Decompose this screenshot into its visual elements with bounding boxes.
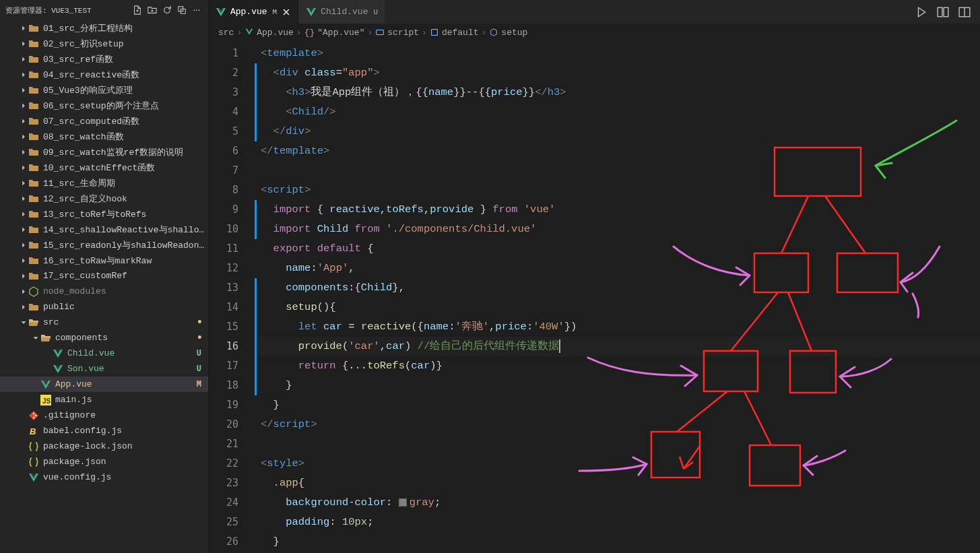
- tree-folder[interactable]: 03_src_ref函数: [0, 51, 208, 67]
- tree-folder[interactable]: 01_src_分析工程结构: [0, 20, 208, 36]
- breadcrumb-item[interactable]: {} "App.vue": [304, 28, 365, 38]
- code-editor[interactable]: 1234567891011121314151617181920212223242…: [209, 41, 980, 553]
- code-line[interactable]: import { reactive,toRefs,provide } from …: [255, 200, 980, 220]
- tree-file[interactable]: JSmain.js: [0, 392, 208, 408]
- tree-file[interactable]: package.json: [0, 454, 208, 469]
- editor-tab[interactable]: App.vue M: [209, 0, 299, 24]
- code-line[interactable]: setup(){: [255, 298, 980, 317]
- tree-file[interactable]: package-lock.json: [0, 438, 208, 454]
- code-line[interactable]: </div>: [255, 122, 980, 141]
- new-folder-icon[interactable]: [146, 4, 158, 16]
- folder-icon: [28, 38, 39, 49]
- tree-item-label: vue.config.js: [43, 472, 208, 482]
- code-line[interactable]: }: [255, 376, 980, 395]
- tree-folder[interactable]: 10_src_watchEffect函数: [0, 160, 208, 175]
- code-line[interactable]: <Child/>: [255, 102, 980, 122]
- tree-file[interactable]: vue.config.js: [0, 469, 208, 485]
- run-icon[interactable]: [915, 6, 927, 18]
- refresh-icon[interactable]: [161, 4, 173, 16]
- tree-folder[interactable]: public: [0, 299, 208, 315]
- tree-item-label: Son.vue: [67, 364, 208, 374]
- code-line[interactable]: export default {: [255, 239, 980, 259]
- code-line[interactable]: }: [255, 395, 980, 415]
- code-line[interactable]: <template>: [255, 44, 980, 63]
- code-line[interactable]: <style>: [255, 454, 980, 474]
- code-line[interactable]: provide('car',car) //给自己的后代组件传递数据: [255, 337, 980, 356]
- code-line[interactable]: [255, 161, 980, 181]
- tree-folder[interactable]: 13_src_toRef与toRefs: [0, 206, 208, 222]
- code-line[interactable]: .app{: [255, 474, 980, 493]
- line-number: 2: [209, 63, 238, 83]
- code-line[interactable]: [255, 434, 980, 454]
- code-line[interactable]: </script>: [255, 415, 980, 434]
- code-line[interactable]: name:'App',: [255, 259, 980, 278]
- breadcrumb[interactable]: src › App.vue › {} "App.vue" › script › …: [209, 24, 980, 41]
- folder-icon: [28, 302, 39, 313]
- code-line[interactable]: let car = reactive({name:'奔驰',price:'40W…: [255, 317, 980, 337]
- code-line[interactable]: components:{Child},: [255, 278, 980, 298]
- tree-file[interactable]: App.vueM: [0, 377, 208, 392]
- folder-icon: [28, 131, 39, 142]
- code-content[interactable]: <template> <div class="app"> <h3>我是App组件…: [252, 41, 980, 553]
- new-file-icon[interactable]: [131, 4, 143, 16]
- tree-folder[interactable]: 14_src_shallowReactive与shallowRef: [0, 222, 208, 237]
- tree-folder[interactable]: 05_Vue3的响应式原理: [0, 82, 208, 98]
- split-compare-icon[interactable]: [937, 6, 949, 18]
- line-number: 12: [209, 259, 238, 278]
- tree-folder[interactable]: 08_src_watch函数: [0, 129, 208, 144]
- breadcrumb-item[interactable]: setup: [489, 28, 527, 38]
- tree-item-label: package.json: [43, 457, 208, 467]
- tree-file[interactable]: Child.vueU: [0, 346, 208, 361]
- tree-item-label: components: [55, 333, 208, 343]
- tree-folder[interactable]: 07_src_computed函数: [0, 113, 208, 129]
- vue-file-icon: [306, 7, 317, 18]
- tree-item-label: 14_src_shallowReactive与shallowRef: [43, 224, 208, 236]
- svg-point-8: [35, 414, 37, 416]
- breadcrumb-item[interactable]: default: [430, 28, 479, 38]
- babel-file-icon: B: [28, 426, 39, 436]
- code-line[interactable]: return {...toRefs(car)}: [255, 356, 980, 376]
- tree-folder[interactable]: 16_src_toRaw与markRaw: [0, 253, 208, 268]
- chevron-icon: [19, 318, 28, 327]
- tree-item-label: .gitignore: [43, 410, 208, 420]
- tree-folder[interactable]: 02_src_初识setup: [0, 36, 208, 51]
- tree-folder[interactable]: 09_src_watch监视ref数据的说明: [0, 144, 208, 160]
- tree-folder[interactable]: 15_src_readonly与shallowReadonly: [0, 237, 208, 253]
- tree-file[interactable]: .gitignore: [0, 408, 208, 423]
- tree-folder[interactable]: 06_src_setup的两个注意点: [0, 98, 208, 113]
- tree-file[interactable]: Son.vueU: [0, 361, 208, 377]
- collapse-all-icon[interactable]: [176, 4, 188, 16]
- tree-folder[interactable]: 04_src_reactive函数: [0, 67, 208, 82]
- tree-folder[interactable]: components•: [0, 330, 208, 346]
- tree-item-label: 02_src_初识setup: [43, 38, 208, 50]
- editor-tab[interactable]: Child.vue U: [299, 0, 385, 24]
- line-number: 9: [209, 200, 238, 220]
- tree-folder[interactable]: 17_src_customRef: [0, 268, 208, 284]
- code-line[interactable]: padding: 10px;: [255, 513, 980, 532]
- close-icon[interactable]: [281, 7, 292, 18]
- split-editor-icon[interactable]: [958, 6, 971, 18]
- code-line[interactable]: <script>: [255, 181, 980, 200]
- scm-status-letter: M: [197, 380, 201, 389]
- tree-item-label: src: [43, 317, 208, 327]
- breadcrumb-item[interactable]: App.vue: [244, 28, 294, 38]
- tree-folder[interactable]: 11_src_生命周期: [0, 175, 208, 191]
- folder-icon: [28, 23, 39, 34]
- code-line[interactable]: import Child from './components/Child.vu…: [255, 220, 980, 239]
- chevron-icon: [19, 39, 28, 48]
- more-actions-icon[interactable]: [191, 4, 203, 16]
- code-line[interactable]: <div class="app">: [255, 63, 980, 83]
- tree-folder[interactable]: 12_src_自定义hook: [0, 191, 208, 206]
- code-line[interactable]: }: [255, 532, 980, 552]
- code-line[interactable]: </template>: [255, 141, 980, 161]
- breadcrumb-item[interactable]: src: [218, 28, 234, 38]
- tree-item-label: main.js: [55, 395, 208, 405]
- tree-folder[interactable]: src•: [0, 315, 208, 330]
- code-line[interactable]: background-color: gray;: [255, 493, 980, 513]
- chevron-icon: [19, 256, 28, 265]
- breadcrumb-item[interactable]: script: [375, 28, 419, 38]
- code-line[interactable]: <h3>我是App组件（祖），{{name}}--{{price}}</h3>: [255, 83, 980, 102]
- tree-folder[interactable]: node_modules: [0, 284, 208, 299]
- tree-file[interactable]: Bbabel.config.js: [0, 423, 208, 438]
- scm-status-letter: U: [197, 349, 201, 358]
